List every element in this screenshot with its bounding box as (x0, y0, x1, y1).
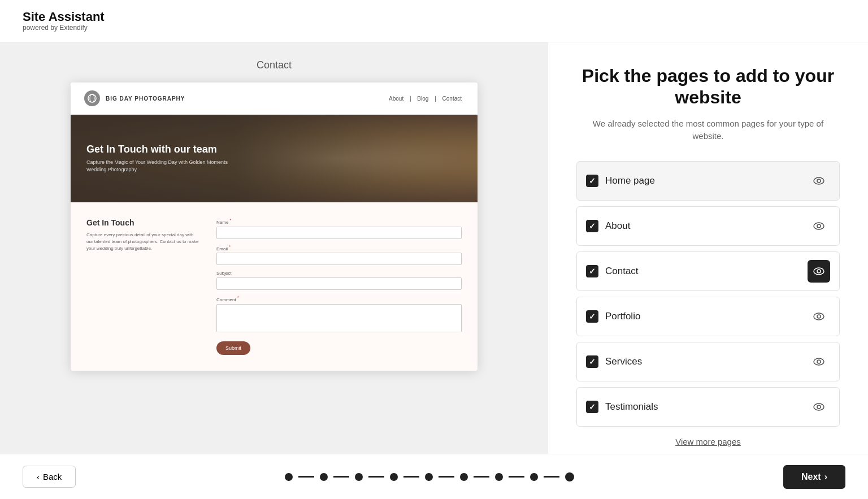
preview-contact-desc: Capture every precious detail of your sp… (86, 232, 199, 252)
preview-hero-title: Get In Touch with our team (86, 144, 245, 155)
form-comment-label: Comment * (216, 296, 462, 302)
check-icon: ✓ (589, 222, 596, 231)
progress-line-5 (439, 476, 454, 478)
check-icon: ✓ (589, 357, 596, 366)
form-email-input (216, 253, 462, 265)
preview-contact-title: Get In Touch (86, 218, 199, 227)
progress-dot-4[interactable] (425, 473, 433, 481)
view-more-pages[interactable]: View more pages (576, 437, 840, 446)
eye-button-testimonials[interactable] (808, 396, 830, 418)
checkbox-about[interactable]: ✓ (586, 220, 598, 232)
page-name-contact: Contact (605, 266, 639, 277)
back-arrow-icon: ‹ (37, 472, 40, 481)
svg-point-12 (814, 403, 824, 410)
preview-hero-subtitle: Capture the Magic of Your Wedding Day wi… (86, 159, 245, 173)
checkbox-portfolio[interactable]: ✓ (586, 310, 598, 323)
panel-title: Pick the pages to add to your website (576, 65, 840, 109)
eye-button-portfolio[interactable] (808, 305, 830, 328)
page-item-services[interactable]: ✓Services (576, 342, 840, 381)
progress-dot-5[interactable] (460, 473, 468, 481)
page-item-left-about: ✓About (586, 220, 630, 232)
logo-title: Site Assistant (23, 10, 105, 24)
form-name-group: Name * (216, 218, 462, 239)
nav-link-about: About (389, 96, 403, 102)
svg-point-8 (814, 313, 824, 320)
page-item-left-home: ✓Home page (586, 175, 655, 187)
check-icon: ✓ (589, 267, 596, 276)
header: Site Assistant powered by Extendify (0, 0, 868, 42)
progress-dot-1[interactable] (320, 473, 328, 481)
eye-button-about[interactable] (808, 215, 830, 237)
nav-link-contact: Contact (442, 96, 462, 102)
next-arrow-icon: › (824, 472, 827, 482)
website-preview: BIG DAY PHOTOGRAPHY About | Blog | Conta… (71, 83, 478, 371)
back-button[interactable]: ‹ Back (23, 466, 76, 488)
svg-point-9 (817, 315, 821, 318)
progress-line-7 (509, 476, 524, 478)
preview-label: Contact (257, 59, 292, 71)
page-item-left-testimonials: ✓Testimonials (586, 401, 658, 413)
progress-dot-8[interactable] (565, 472, 574, 481)
svg-point-5 (817, 224, 821, 228)
page-item-portfolio[interactable]: ✓Portfolio (576, 297, 840, 336)
progress-line-3 (368, 476, 384, 478)
eye-icon (813, 222, 824, 230)
form-subject-group: Subject (216, 271, 462, 290)
checkbox-services[interactable]: ✓ (586, 355, 598, 368)
preview-hero: Get In Touch with our team Capture the M… (71, 115, 478, 202)
eye-button-home[interactable] (808, 170, 830, 192)
bottom-bar: ‹ Back Next › (0, 454, 868, 499)
eye-button-services[interactable] (808, 350, 830, 373)
eye-icon (813, 403, 824, 411)
eye-icon (813, 267, 824, 275)
preview-hero-content: Get In Touch with our team Capture the M… (71, 130, 261, 186)
svg-point-13 (817, 405, 821, 409)
page-item-about[interactable]: ✓About (576, 206, 840, 246)
progress-dot-2[interactable] (355, 473, 363, 481)
progress-dot-6[interactable] (495, 473, 503, 481)
back-label: Back (43, 472, 62, 481)
form-subject-label: Subject (216, 271, 462, 276)
page-item-left-contact: ✓Contact (586, 265, 639, 277)
page-name-services: Services (605, 356, 642, 367)
check-icon: ✓ (589, 402, 596, 411)
nav-separator-2: | (435, 96, 437, 102)
page-item-contact[interactable]: ✓Contact (576, 251, 840, 291)
next-button[interactable]: Next › (783, 465, 845, 489)
progress-dot-0[interactable] (285, 473, 293, 481)
progress-line-8 (544, 476, 559, 478)
svg-point-4 (814, 223, 824, 229)
page-item-left-services: ✓Services (586, 355, 642, 368)
progress-dot-7[interactable] (530, 473, 538, 481)
preview-nav: BIG DAY PHOTOGRAPHY About | Blog | Conta… (71, 83, 478, 115)
progress-indicator (285, 472, 574, 481)
checkbox-contact[interactable]: ✓ (586, 265, 598, 277)
logo: Site Assistant powered by Extendify (23, 10, 105, 32)
eye-icon (813, 358, 824, 366)
checkbox-home[interactable]: ✓ (586, 175, 598, 187)
svg-point-0 (88, 94, 96, 102)
form-submit-button[interactable]: Submit (216, 341, 250, 355)
eye-icon (813, 313, 824, 320)
page-item-home[interactable]: ✓Home page (576, 161, 840, 201)
logo-svg (88, 94, 97, 103)
progress-dot-3[interactable] (390, 473, 398, 481)
right-panel: Pick the pages to add to your website We… (548, 42, 868, 499)
preview-brand-name: BIG DAY PHOTOGRAPHY (106, 96, 185, 102)
form-comment-group: Comment * (216, 296, 462, 332)
svg-point-11 (817, 360, 821, 363)
eye-icon (813, 177, 824, 185)
logo-subtitle: powered by Extendify (23, 24, 105, 32)
page-item-testimonials[interactable]: ✓Testimonials (576, 387, 840, 427)
svg-point-2 (814, 177, 824, 184)
progress-line-1 (298, 476, 314, 478)
checkbox-testimonials[interactable]: ✓ (586, 401, 598, 413)
svg-point-10 (814, 358, 824, 365)
form-email-label: Email * (216, 245, 462, 251)
svg-point-6 (814, 268, 824, 275)
form-name-label: Name * (216, 218, 462, 225)
page-name-home: Home page (605, 175, 655, 186)
eye-button-contact[interactable] (808, 260, 830, 283)
main-container: Contact BIG DAY PHOTOGRAPHY About | (0, 0, 868, 499)
preview-nav-logo: BIG DAY PHOTOGRAPHY (84, 90, 185, 106)
